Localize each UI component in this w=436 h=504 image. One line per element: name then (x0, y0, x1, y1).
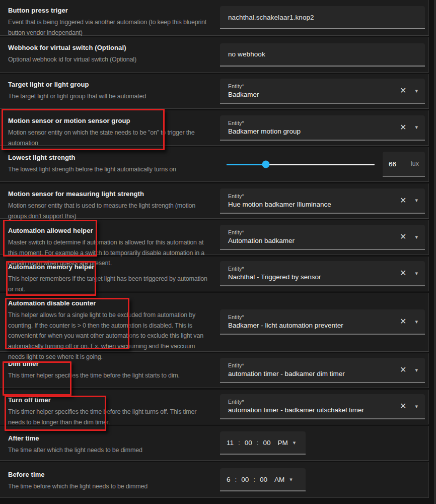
field-info: Target light or light group The target l… (0, 74, 220, 108)
second-input[interactable]: 00 (260, 476, 267, 483)
meridiem-select[interactable]: PM ▾ (278, 439, 296, 447)
form-row-target-light: Target light or light group The target l… (0, 74, 429, 109)
field-info: Button press triger Event that is being … (0, 0, 220, 35)
minute-input[interactable]: 00 (245, 439, 252, 447)
slider-thumb[interactable] (262, 161, 269, 168)
blueprint-config-page: Button press triger Event that is being … (0, 0, 436, 504)
motion-sensor-entity-picker[interactable]: Entity* Badkamer motion group ✕ ▾ (220, 115, 425, 141)
clear-icon[interactable]: ✕ (400, 402, 406, 410)
time-separator: : (238, 439, 240, 447)
entity-value: Nachthal - Triggered by sensor (228, 273, 321, 281)
form-row-disable-counter: Automation disable counter This helper a… (0, 293, 429, 352)
chevron-down-icon[interactable]: ▾ (415, 271, 418, 276)
form-row-motion-sensor: Motion sensor or motion sensor group Mot… (0, 110, 429, 146)
chevron-down-icon[interactable]: ▾ (415, 404, 418, 409)
entity-field-label: Entity* (228, 399, 364, 405)
entity-value: automation timer - badkamer uitschakel t… (228, 406, 364, 414)
entity-field-label: Entity* (228, 266, 321, 272)
field-title: Automation disable counter (8, 299, 210, 307)
lux-value-box: 66 lux (383, 152, 425, 177)
entity-field-label: Entity* (228, 229, 295, 235)
field-title: Turn off timer (8, 396, 210, 404)
field-title: After time (8, 434, 210, 442)
hour-input[interactable]: 6 (227, 476, 231, 483)
entity-value: Badkamer motion group (228, 128, 301, 135)
field-title: Button press triger (8, 7, 210, 14)
clear-icon[interactable]: ✕ (400, 269, 406, 277)
field-info: Motion sensor for measuring light streng… (0, 183, 220, 218)
turn-off-timer-entity-picker[interactable]: Entity* automation timer - badkamer uits… (220, 394, 425, 419)
form-row-webhook: Webhook for virtual switch (Optional) Op… (0, 37, 429, 73)
field-description: This helper remembers if the target ligh… (8, 274, 210, 294)
second-input[interactable]: 00 (263, 439, 271, 447)
button-press-trigger-input[interactable]: nachthal.schakelaar1.knop2 (220, 6, 425, 29)
clear-icon[interactable]: ✕ (400, 233, 406, 241)
scrollbar[interactable] (434, 0, 436, 504)
field-info: Dim timer This timer helper specifies th… (0, 353, 220, 388)
entity-field-label: Entity* (228, 193, 331, 199)
field-title: Before time (8, 471, 210, 478)
lux-value-input[interactable]: 66 (389, 160, 396, 168)
chevron-down-icon: ▾ (293, 440, 296, 446)
lux-unit-label: lux (411, 160, 419, 167)
field-title: Motion sensor or motion sensor group (8, 117, 210, 124)
form-row-button-press-trigger: Button press triger Event that is being … (0, 0, 429, 36)
field-description: Optional webhook id for virtual switch (… (8, 54, 210, 65)
chevron-down-icon[interactable]: ▾ (415, 88, 418, 94)
meridiem-select[interactable]: AM ▾ (274, 476, 293, 483)
chevron-down-icon[interactable]: ▾ (415, 367, 418, 373)
field-title: Webhook for virtual switch (Optional) (8, 44, 210, 51)
field-info: Automation allowed helper Master switch … (0, 220, 220, 255)
time-separator: : (235, 476, 237, 483)
field-title: Motion sensor for measuring light streng… (8, 190, 210, 198)
field-description: The lowest light strength before the lig… (8, 164, 210, 175)
chevron-down-icon[interactable]: ▾ (415, 234, 418, 240)
entity-field-label: Entity* (228, 362, 345, 368)
webhook-input[interactable]: no webhook (220, 43, 425, 67)
field-title: Automation allowed helper (8, 227, 210, 234)
disable-counter-entity-picker[interactable]: Entity* Badkamer - licht automation prev… (220, 309, 425, 335)
clear-icon[interactable]: ✕ (400, 318, 406, 326)
minute-input[interactable]: 00 (241, 476, 249, 483)
field-title: Automation memory helper (8, 263, 210, 271)
clear-icon[interactable]: ✕ (400, 366, 406, 374)
form-row-lowest-light-strength: Lowest light strength The lowest light s… (0, 147, 429, 182)
form-row-dim-timer: Dim timer This timer helper specifies th… (0, 353, 429, 388)
field-description: This timer helper specifies the time bef… (8, 407, 210, 427)
field-title: Lowest light strength (8, 154, 210, 161)
field-info: Automation disable counter This helper a… (0, 293, 220, 351)
slider-track[interactable] (227, 164, 375, 165)
clear-icon[interactable]: ✕ (400, 197, 406, 205)
form-row-automation-memory: Automation memory helper This helper rem… (0, 257, 429, 291)
automation-allowed-entity-picker[interactable]: Entity* Automation badkamer ✕ ▾ (220, 225, 425, 250)
time-separator: : (253, 476, 255, 483)
field-title: Dim timer (8, 360, 210, 367)
field-title: Target light or light group (8, 81, 210, 88)
chevron-down-icon[interactable]: ▾ (415, 124, 418, 130)
before-time-picker: 6 : 00 : 00 AM ▾ (220, 468, 306, 491)
field-info: Turn off timer This timer helper specifi… (0, 390, 220, 424)
entity-value: Hue motion badkamer Illuminance (228, 201, 331, 208)
field-info: After time The time after which the ligh… (0, 426, 220, 460)
field-description: The target light or light group that wil… (8, 91, 210, 102)
illuminance-entity-picker[interactable]: Entity* Hue motion badkamer Illuminance … (220, 188, 425, 214)
field-description: This timer helper specifies the time bef… (8, 370, 210, 381)
entity-value: Automation badkamer (228, 237, 295, 244)
clear-icon[interactable]: ✕ (400, 87, 406, 95)
field-info: Automation memory helper This helper rem… (0, 257, 220, 291)
form-row-turn-off-timer: Turn off timer This timer helper specifi… (0, 390, 429, 424)
clear-icon[interactable]: ✕ (400, 123, 406, 132)
chevron-down-icon[interactable]: ▾ (415, 198, 418, 203)
entity-value: automation timer - badkamer dim timer (228, 370, 345, 377)
field-description: Event that is being triggered via anothe… (8, 17, 210, 38)
lux-slider[interactable] (227, 152, 375, 177)
dim-timer-entity-picker[interactable]: Entity* automation timer - badkamer dim … (220, 358, 425, 383)
hour-input[interactable]: 11 (227, 439, 234, 447)
target-light-entity-picker[interactable]: Entity* Badkamer ✕ ▾ (220, 79, 425, 104)
automation-memory-entity-picker[interactable]: Entity* Nachthal - Triggered by sensor ✕… (220, 261, 425, 286)
form-content: Button press triger Event that is being … (0, 0, 429, 498)
form-row-automation-allowed: Automation allowed helper Master switch … (0, 220, 429, 255)
field-info: Before time The time before which the li… (0, 462, 220, 497)
meridiem-value: PM (278, 439, 288, 447)
chevron-down-icon[interactable]: ▾ (415, 319, 418, 325)
